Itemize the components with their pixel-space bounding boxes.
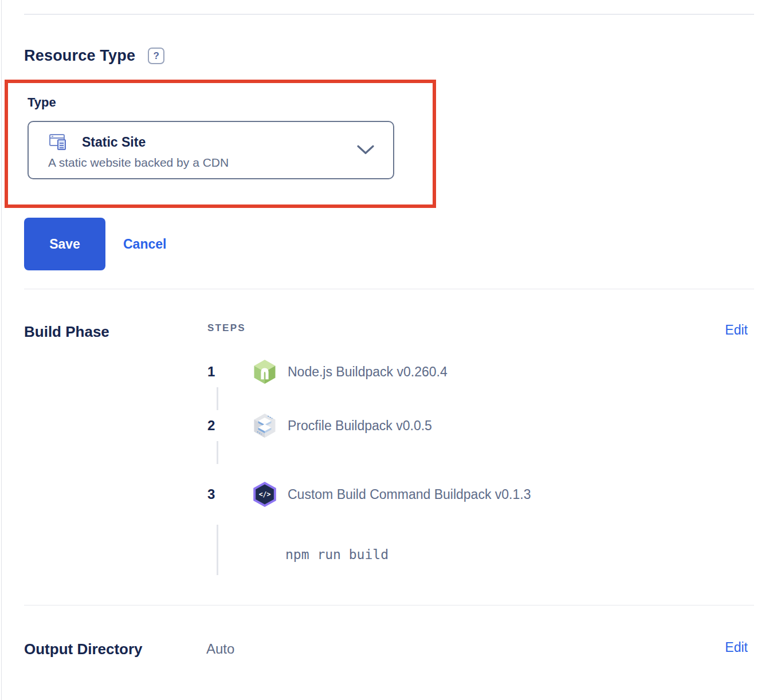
step-3-detail: npm run build xyxy=(207,525,754,575)
steps-list: 1 Node.js Buildpack v0.260.4 2 xyxy=(207,359,754,575)
step-label: Node.js Buildpack v0.260.4 xyxy=(288,363,448,382)
resource-type-section: Resource Type ? Type xyxy=(24,15,754,289)
steps-column-header: STEPS xyxy=(207,323,754,334)
type-field-label: Type xyxy=(28,95,433,110)
help-icon[interactable]: ? xyxy=(148,48,164,64)
step-row-1: 1 Node.js Buildpack v0.260.4 xyxy=(207,359,754,384)
svg-text:</>: </> xyxy=(259,490,271,498)
static-site-icon xyxy=(48,132,69,152)
build-phase-title: Build Phase xyxy=(24,321,207,575)
annotation-highlight-box: Type Static Site xyxy=(5,80,436,208)
step-number: 2 xyxy=(207,418,222,434)
step-number: 3 xyxy=(207,486,222,502)
step-connector-line xyxy=(217,525,218,575)
step-connector-line xyxy=(217,441,218,464)
selected-option-title: Static Site xyxy=(82,135,146,150)
nodejs-buildpack-icon xyxy=(252,359,277,384)
step-label: Procfile Buildpack v0.0.5 xyxy=(288,416,432,435)
build-phase-edit-button[interactable]: Edit xyxy=(725,323,748,338)
selected-option-description: A static website backed by a CDN xyxy=(48,156,353,170)
output-directory-value: Auto xyxy=(206,639,234,658)
output-directory-title: Output Directory xyxy=(24,639,207,658)
step-row-2: 2 xyxy=(207,413,754,438)
chevron-down-icon xyxy=(356,144,375,155)
procfile-buildpack-icon xyxy=(252,413,277,438)
output-directory-section: Output Directory Auto Edit xyxy=(24,605,754,700)
resource-type-select[interactable]: Static Site A static website backed by a… xyxy=(28,121,394,179)
page-left-border xyxy=(1,0,2,700)
build-phase-section: Build Phase STEPS 1 Node.js Buildpack v0… xyxy=(24,289,754,605)
custom-build-command-buildpack-icon: </> xyxy=(252,482,277,507)
step-number: 1 xyxy=(207,364,222,380)
build-command-text: npm run build xyxy=(285,538,388,562)
cancel-button[interactable]: Cancel xyxy=(123,237,166,252)
settings-page: Resource Type ? Type xyxy=(24,14,754,700)
step-row-3: 3 </> Custom Build Command Buildpack v0.… xyxy=(207,467,754,522)
output-directory-edit-button[interactable]: Edit xyxy=(725,640,748,655)
resource-type-title: Resource Type xyxy=(24,47,135,65)
save-button[interactable]: Save xyxy=(24,218,105,270)
step-label: Custom Build Command Buildpack v0.1.3 xyxy=(288,485,531,504)
step-connector-line xyxy=(217,387,218,410)
